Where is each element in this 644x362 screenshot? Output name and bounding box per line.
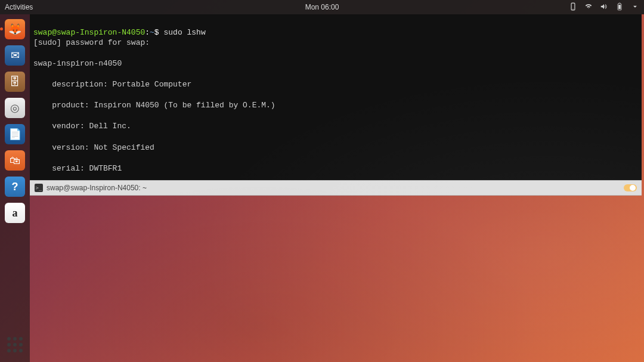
dock-amazon[interactable]: a (4, 202, 26, 224)
terminal-command: sudo lshw (163, 28, 205, 37)
terminal-prompt-symbol: $ (154, 28, 159, 37)
terminal-icon: >_ (35, 184, 43, 192)
workspace: swap@swap-Inspiron-N4050:~$ sudo lshw [s… (30, 14, 642, 362)
amazon-icon: a (5, 203, 25, 223)
terminal-prompt-userhost: swap@swap-Inspiron-N4050 (33, 28, 145, 37)
volume-icon[interactable] (600, 2, 608, 13)
terminal-output-line: product: Inspiron N4050 (To be filled by… (33, 100, 638, 111)
svg-rect-2 (618, 5, 621, 9)
terminal-output-line: description: Portable Computer (33, 79, 638, 90)
show-applications-button[interactable] (4, 333, 26, 356)
network-icon[interactable] (584, 2, 593, 13)
thunderbird-icon: ✉ (5, 45, 25, 66)
phone-icon[interactable] (569, 2, 577, 13)
activities-button[interactable]: Activities (5, 3, 33, 11)
dock-firefox[interactable]: 🦊 (4, 18, 26, 41)
dock-files[interactable]: 🗄 (4, 70, 26, 93)
rhythmbox-icon: ◎ (5, 98, 25, 118)
dock-software[interactable]: 🛍 (4, 149, 26, 172)
terminal-output-line: vendor: Dell Inc. (33, 121, 638, 132)
clock[interactable]: Mon 06:00 (305, 3, 339, 11)
help-icon: ? (5, 177, 25, 197)
dock-rhythmbox[interactable]: ◎ (4, 97, 26, 119)
battery-icon[interactable] (615, 2, 624, 13)
dock: 🦊 ✉ 🗄 ◎ 📄 🛍 ? a (0, 14, 30, 362)
terminal-prompt-sep: : (145, 28, 150, 37)
terminal[interactable]: swap@swap-Inspiron-N4050:~$ sudo lshw [s… (30, 14, 642, 180)
files-icon: 🗄 (5, 72, 25, 92)
writer-icon: 📄 (5, 124, 25, 144)
window-title: swap@swap-Inspiron-N4050: ~ (47, 184, 147, 192)
toggle-switch[interactable] (624, 184, 637, 191)
svg-point-1 (572, 8, 573, 9)
top-bar: Activities Mon 06:00 (0, 0, 644, 14)
terminal-output-line: swap-inspiron-n4050 (33, 58, 638, 69)
terminal-output-line: version: Not Specified (33, 143, 638, 153)
terminal-output-line: [sudo] password for swap: (33, 38, 638, 48)
software-icon: 🛍 (5, 150, 25, 171)
window-titlebar[interactable]: >_ swap@swap-Inspiron-N4050: ~ (30, 180, 642, 196)
chevron-down-icon[interactable] (631, 2, 639, 13)
dock-libreoffice-writer[interactable]: 📄 (4, 123, 26, 146)
terminal-prompt-path: ~ (150, 28, 154, 37)
terminal-output-line: serial: DWTBFR1 (33, 163, 638, 174)
firefox-icon: 🦊 (5, 19, 25, 39)
system-tray[interactable] (569, 2, 639, 13)
dock-thunderbird[interactable]: ✉ (4, 44, 26, 67)
dock-help[interactable]: ? (4, 175, 26, 198)
